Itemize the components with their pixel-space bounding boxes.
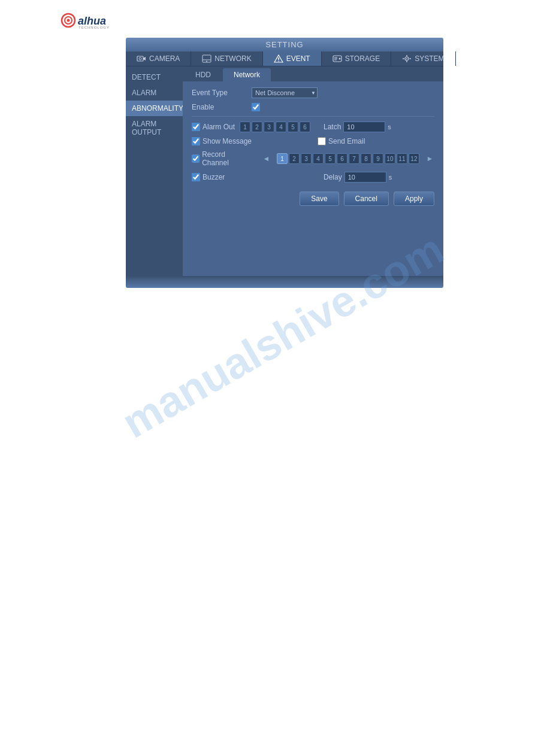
nav-storage-label: STORAGE (345, 54, 380, 63)
sub-tabs: HDD Network (183, 66, 443, 81)
rec-ch-1[interactable]: 1 (277, 153, 288, 164)
latch-unit: s (388, 123, 391, 130)
nav-storage[interactable]: STORAGE (322, 51, 391, 66)
svg-text:alhua: alhua (78, 15, 106, 27)
nav-network[interactable]: NETWORK (191, 51, 262, 66)
nav-camera[interactable]: CAMERA (126, 51, 191, 66)
nav-camera-label: CAMERA (149, 54, 180, 63)
sidebar: DETECT ALARM ABNORMALITY ALARM OUTPUT (126, 66, 183, 276)
sidebar-item-detect[interactable]: DETECT (126, 69, 183, 85)
send-email-checkbox[interactable] (318, 137, 326, 145)
show-message-item: Show Message (192, 137, 312, 145)
tab-network[interactable]: Network (223, 68, 271, 81)
nav-system-label: SYSTEM (415, 54, 444, 63)
camera-icon (137, 54, 146, 63)
svg-marker-6 (143, 57, 146, 60)
logo-svg: alhua TECHNOLOGY (60, 9, 114, 32)
alarm-out-checkbox[interactable] (192, 123, 200, 131)
svg-point-7 (139, 57, 141, 60)
action-buttons: Save Cancel Apply (192, 192, 434, 212)
buzzer-label: Buzzer (202, 173, 225, 181)
cancel-button[interactable]: Cancel (344, 192, 389, 206)
network-icon (202, 54, 211, 63)
buzzer-item: Buzzer (192, 173, 312, 181)
event-type-label: Event Type (192, 89, 246, 97)
buzzer-checkbox[interactable] (192, 173, 200, 181)
rec-ch-4[interactable]: 4 (313, 153, 324, 164)
divider-1 (192, 116, 434, 117)
channel-next-btn[interactable]: ► (425, 153, 434, 164)
alarm-ch-6[interactable]: 6 (300, 122, 310, 132)
footer-bar (126, 276, 443, 288)
alarm-ch-1[interactable]: 1 (240, 122, 250, 132)
record-channel-item: Record Channel (192, 150, 251, 167)
enable-checkbox[interactable] (252, 103, 260, 111)
main-container: SETTING CAMERA NETWORK E (126, 38, 443, 288)
delay-item: Delay s (324, 172, 392, 183)
alarm-out-item: Alarm Out 1 2 3 4 5 6 (192, 122, 312, 132)
nav-event-label: EVENT (286, 54, 310, 63)
rec-ch-3[interactable]: 3 (301, 153, 312, 164)
logo: alhua TECHNOLOGY (60, 9, 535, 32)
nav-network-label: NETWORK (214, 54, 251, 63)
enable-label: Enable (192, 103, 246, 111)
record-channel-label: Record Channel (202, 150, 251, 167)
sidebar-item-abnormality[interactable]: ABNORMALITY (126, 101, 183, 116)
event-icon (274, 54, 283, 63)
channel-prev-btn[interactable]: ◄ (262, 153, 271, 164)
setting-header: SETTING (126, 38, 443, 51)
show-message-label: Show Message (202, 137, 252, 145)
panel-content: Event Type Net Disconne IP Conflict MAC … (183, 81, 443, 218)
alarm-out-label: Alarm Out (202, 123, 235, 131)
latch-label: Latch (324, 123, 341, 131)
rec-ch-7[interactable]: 7 (349, 153, 359, 164)
nav-system[interactable]: SYSTEM (391, 51, 455, 66)
rec-ch-12[interactable]: 12 (409, 153, 419, 164)
rec-ch-8[interactable]: 8 (361, 153, 371, 164)
show-message-checkbox[interactable] (192, 137, 200, 145)
rec-ch-2[interactable]: 2 (289, 153, 300, 164)
content-wrapper: DETECT ALARM ABNORMALITY ALARM OUTPUT HD… (126, 66, 443, 276)
nav-event[interactable]: EVENT (263, 51, 322, 66)
alarm-ch-4[interactable]: 4 (276, 122, 286, 132)
buzzer-delay-row: Buzzer Delay s (192, 172, 434, 183)
alarm-ch-2[interactable]: 2 (252, 122, 262, 132)
sidebar-item-alarm[interactable]: ALARM (126, 85, 183, 101)
event-type-row: Event Type Net Disconne IP Conflict MAC … (192, 87, 434, 98)
latch-item: Latch s (324, 122, 391, 132)
svg-point-20 (406, 58, 407, 59)
sidebar-item-alarm-output[interactable]: ALARM OUTPUT (126, 116, 183, 140)
record-channel-row: Record Channel ◄ 1 2 3 4 5 6 7 8 9 10 (192, 150, 434, 167)
send-email-item: Send Email (318, 137, 365, 145)
svg-point-2 (67, 19, 70, 22)
right-content: HDD Network Event Type Net Disconne IP C… (183, 66, 443, 276)
rec-ch-6[interactable]: 6 (337, 153, 347, 164)
event-type-select-wrapper[interactable]: Net Disconne IP Conflict MAC Conflict (252, 87, 318, 98)
svg-point-15 (338, 58, 340, 60)
apply-button[interactable]: Apply (394, 192, 434, 206)
latch-input[interactable] (343, 122, 385, 132)
delay-label: Delay (324, 173, 342, 181)
svg-point-13 (278, 60, 279, 62)
rec-ch-9[interactable]: 9 (373, 153, 383, 164)
rec-ch-10[interactable]: 10 (385, 153, 395, 164)
delay-unit: s (389, 174, 392, 181)
rec-ch-11[interactable]: 11 (397, 153, 407, 164)
alarm-ch-5[interactable]: 5 (288, 122, 298, 132)
event-type-select[interactable]: Net Disconne IP Conflict MAC Conflict (252, 87, 318, 98)
enable-row: Enable (192, 103, 434, 111)
tab-hdd[interactable]: HDD (185, 68, 222, 81)
save-button[interactable]: Save (300, 192, 338, 206)
record-channel-buttons: 1 2 3 4 5 6 7 8 9 10 11 12 (277, 153, 419, 164)
svg-point-10 (206, 61, 207, 62)
send-email-label: Send Email (328, 137, 365, 145)
delay-input[interactable] (344, 172, 386, 183)
rec-ch-5[interactable]: 5 (325, 153, 335, 164)
alarm-out-channels: 1 2 3 4 5 6 (240, 122, 310, 132)
message-email-row: Show Message Send Email (192, 137, 434, 145)
record-channel-checkbox[interactable] (192, 154, 200, 163)
svg-text:TECHNOLOGY: TECHNOLOGY (78, 26, 110, 29)
storage-icon (333, 54, 342, 63)
setting-title: SETTING (265, 40, 303, 49)
alarm-ch-3[interactable]: 3 (264, 122, 274, 132)
